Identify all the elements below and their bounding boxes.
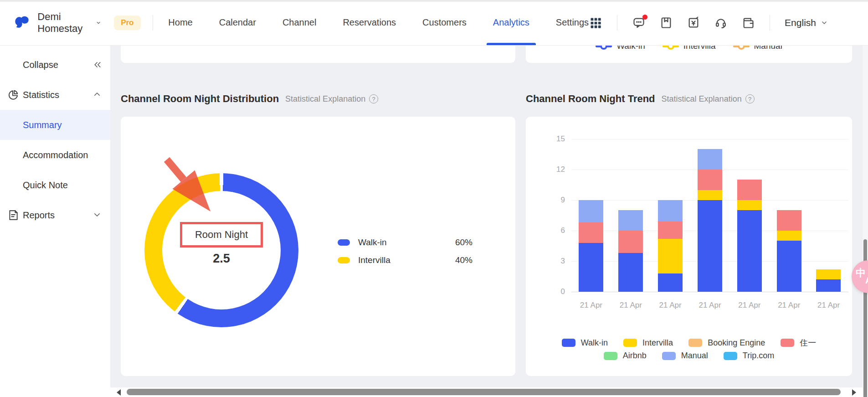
bar-7[interactable] (816, 269, 841, 292)
legend-label: Walk-in (581, 338, 608, 348)
language-label: English (785, 17, 816, 28)
bar-4[interactable] (698, 149, 722, 292)
bar-segment-walk-in (658, 273, 683, 292)
nav-item-analytics[interactable]: Analytics (493, 0, 529, 45)
horizontal-scrollbar-thumb[interactable] (127, 389, 841, 395)
sidebar-item-reports[interactable]: Reports (0, 200, 110, 230)
explanation-label: Statistical Explanation (285, 94, 365, 104)
bar-segment-manual (658, 200, 683, 222)
apps-grid-icon[interactable] (589, 16, 602, 30)
bookmark-icon[interactable] (659, 16, 673, 30)
donut-legend-item-intervilla[interactable]: Intervilla40% (338, 254, 473, 266)
chevron-down-icon (96, 19, 101, 26)
property-switcher[interactable]: Demi Homestay (37, 11, 101, 35)
sidebar-item-summary[interactable]: Summary (0, 110, 110, 140)
x-tick-label: 21 Apr (571, 301, 611, 310)
bar-3[interactable] (658, 200, 683, 292)
sidebar-item-statistics[interactable]: Statistics (0, 80, 110, 110)
legend-label: Walk-in (358, 237, 387, 247)
bar-chart-legend: Walk-inIntervillaBooking Engine住一AirbnbM… (526, 337, 852, 361)
x-tick-label: 21 Apr (769, 301, 809, 310)
legend-item-walk-in[interactable]: Walk-in (596, 46, 645, 51)
nav-item-home[interactable]: Home (168, 0, 192, 45)
invoice-icon[interactable] (687, 16, 700, 30)
legend-item-manual[interactable]: Manual (662, 351, 708, 361)
help-question-icon[interactable]: ? (745, 94, 755, 103)
top-navigation-bar: Demi Homestay Pro HomeCalendarChannelRes… (0, 0, 868, 46)
legend-item--[interactable]: 住一 (781, 337, 816, 348)
legend-swatch (662, 352, 676, 360)
help-question-icon[interactable]: ? (369, 94, 378, 103)
legend-item-manual[interactable]: Manual (733, 46, 782, 51)
legend-item-airbnb[interactable]: Airbnb (604, 351, 647, 361)
collapse-chevrons-icon (93, 60, 102, 69)
bar-segment-- (737, 180, 762, 200)
nav-item-channel[interactable]: Channel (282, 0, 317, 45)
legend-ring (600, 46, 607, 50)
bar-segment-walk-in (737, 210, 762, 292)
sidebar-item-label: Quick Note (23, 180, 68, 191)
pie-chart-icon (7, 89, 19, 101)
y-tick-label: 15 (539, 134, 565, 144)
y-tick-label: 9 (539, 196, 565, 205)
main-content: Walk-inIntervillaManual Channel Room Nig… (110, 46, 868, 397)
legend-item-booking-engine[interactable]: Booking Engine (688, 337, 765, 348)
legend-label: Intervilla (683, 46, 716, 51)
donut-center-label: Room Night (195, 229, 248, 241)
legend-label: Manual (681, 351, 708, 361)
nav-item-reservations[interactable]: Reservations (343, 0, 396, 45)
legend-swatch (623, 339, 637, 347)
legend-item-trip-com[interactable]: Trip.com (724, 351, 774, 361)
sidebar-item-quick-note[interactable]: Quick Note (0, 170, 110, 200)
messages-icon[interactable] (632, 16, 646, 30)
legend-item-intervilla[interactable]: Intervilla (623, 337, 673, 348)
vertical-scrollbar-track (863, 46, 868, 397)
bar-segment-intervilla (698, 190, 722, 200)
legend-label: Intervilla (642, 338, 673, 348)
nav-right-actions: English (589, 15, 868, 31)
y-tick-label: 12 (539, 165, 565, 174)
bar-segment-- (777, 210, 801, 231)
app-logo-icon[interactable] (13, 11, 31, 35)
legend-swatch (604, 352, 617, 360)
legend-row: Walk-inIntervillaBooking Engine住一 (562, 337, 816, 348)
sidebar-item-label: Accommodation (23, 150, 88, 160)
bar-6[interactable] (777, 210, 801, 292)
bar-2[interactable] (618, 210, 643, 292)
legend-label: Airbnb (623, 351, 647, 361)
scroll-left-arrow[interactable] (117, 389, 121, 396)
line-marker-icon (596, 46, 612, 50)
language-selector[interactable]: English (785, 17, 828, 28)
sidebar-collapse-button[interactable]: Collapse (0, 50, 110, 80)
notification-dot (642, 15, 647, 20)
nav-item-settings[interactable]: Settings (556, 0, 589, 45)
legend-item-walk-in[interactable]: Walk-in (562, 337, 608, 348)
line-marker-icon (733, 46, 750, 50)
wallet-icon[interactable] (741, 16, 755, 30)
page: { "nav": { "brand": "Demi Homestay", "ba… (0, 0, 868, 397)
legend-swatch (338, 239, 350, 246)
nav-item-calendar[interactable]: Calendar (219, 0, 256, 45)
bar-segment-intervilla (658, 239, 683, 273)
sidebar-statistics-children: SummaryAccommodationQuick Note (0, 110, 110, 200)
brand-group: Demi Homestay Pro (13, 11, 141, 35)
legend-swatch (338, 257, 350, 263)
stacked-bar-plot (571, 139, 848, 292)
donut-chart[interactable] (144, 173, 298, 327)
x-tick-label: 21 Apr (611, 301, 651, 310)
sidebar-item-accommodation[interactable]: Accommodation (0, 140, 110, 170)
trend-title: Channel Room Night Trend (526, 93, 655, 105)
distribution-explanation: Statistical Explanation ? (285, 94, 378, 104)
chevron-up-icon (93, 90, 102, 99)
scroll-right-arrow[interactable] (852, 389, 856, 396)
room-night-highlight-box: Room Night (180, 222, 263, 247)
legend-item-intervilla[interactable]: Intervilla (663, 46, 716, 51)
bar-5[interactable] (737, 180, 762, 292)
y-tick-label: 6 (539, 226, 565, 235)
bar-1[interactable] (579, 200, 603, 292)
sidebar: Collapse Statistics SummaryAccommodation… (0, 46, 110, 397)
donut-legend-item-walk-in[interactable]: Walk-in60% (338, 237, 473, 248)
nav-item-customers[interactable]: Customers (422, 0, 467, 45)
support-headset-icon[interactable] (714, 16, 728, 30)
donut-legend: Walk-in60%Intervilla40% (338, 237, 473, 266)
